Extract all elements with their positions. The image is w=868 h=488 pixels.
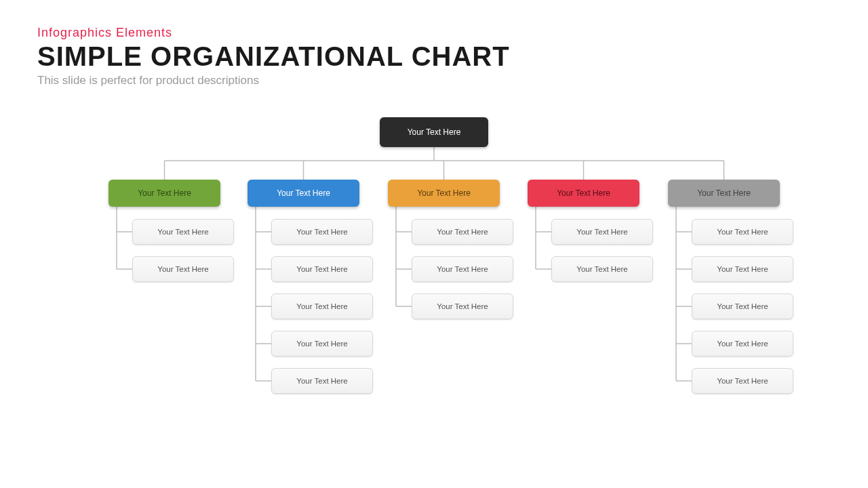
kicker-text: Infographics Elements (37, 26, 510, 40)
org-leaf-node: Your Text Here (271, 368, 373, 394)
org-leaf-node: Your Text Here (692, 368, 793, 394)
org-leaf-node: Your Text Here (271, 256, 373, 282)
org-leaf-node: Your Text Here (271, 331, 373, 357)
org-leaf-node: Your Text Here (132, 256, 234, 282)
org-leaf-node: Your Text Here (551, 256, 653, 282)
org-branch-node: Your Text Here (668, 180, 780, 207)
org-leaf-node: Your Text Here (692, 219, 793, 245)
org-leaf-node: Your Text Here (551, 219, 653, 245)
org-leaf-node: Your Text Here (132, 219, 234, 245)
org-root-node: Your Text Here (380, 117, 488, 147)
org-branch-node: Your Text Here (528, 180, 639, 207)
org-leaf-node: Your Text Here (692, 331, 793, 357)
org-chart: Your Text HereYour Text HereYour Text He… (0, 105, 868, 485)
org-leaf-node: Your Text Here (271, 219, 373, 245)
org-branch-node: Your Text Here (388, 180, 500, 207)
org-leaf-node: Your Text Here (692, 256, 793, 282)
page-title: SIMPLE ORGANIZATIONAL CHART (37, 41, 510, 71)
header: Infographics Elements SIMPLE ORGANIZATIO… (37, 26, 510, 87)
org-leaf-node: Your Text Here (412, 219, 513, 245)
org-leaf-node: Your Text Here (692, 293, 793, 319)
org-leaf-node: Your Text Here (412, 293, 513, 319)
org-branch-node: Your Text Here (248, 180, 359, 207)
org-branch-node: Your Text Here (108, 180, 220, 207)
org-leaf-node: Your Text Here (412, 256, 513, 282)
org-leaf-node: Your Text Here (271, 293, 373, 319)
subtitle-text: This slide is perfect for product descri… (37, 74, 510, 87)
